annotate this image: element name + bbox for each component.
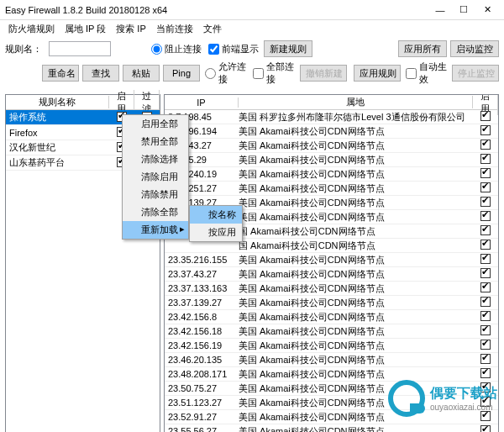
ip-enable-checkbox[interactable] xyxy=(473,340,498,351)
ip-address: 23.37.139.27 xyxy=(165,298,239,308)
ip-row[interactable]: 23.51.123.27美国 Akamai科技公司CDN网络节点 xyxy=(165,396,498,410)
ip-enable-checkbox[interactable] xyxy=(473,240,498,251)
toolbar: 规则名： 阻止连接 前端显示 新建规则 应用所有 启动监控 重命名 查找 粘贴 … xyxy=(0,37,504,94)
ip-row[interactable]: 23.3.96.194美国 Akamai科技公司CDN网络节点 xyxy=(165,124,498,139)
ip-enable-checkbox[interactable] xyxy=(473,197,498,208)
paste-button[interactable]: 粘贴 xyxy=(123,65,160,82)
ip-enable-checkbox[interactable] xyxy=(473,125,498,137)
check-auto-effect[interactable]: 自动生效 xyxy=(406,61,447,86)
check-frontend[interactable]: 前端显示 xyxy=(208,43,259,55)
ctx-disable-all[interactable]: 禁用全部 xyxy=(123,133,188,150)
ip-row[interactable]: 23.37.139.27美国 Akamai科技公司CDN网络节点 xyxy=(165,296,498,310)
ip-row[interactable]: 23.5.251.27美国 Akamai科技公司CDN网络节点 xyxy=(165,182,498,196)
ip-enable-checkbox[interactable] xyxy=(473,397,498,408)
ctx-clear-sel[interactable]: 清除选择 xyxy=(123,150,188,168)
ip-row[interactable]: 23.4.43.27美国 Akamai科技公司CDN网络节点 xyxy=(165,139,498,153)
ip-location: 美国 Akamai科技公司CDN网络节点 xyxy=(239,311,473,324)
submenu-arrow-icon: ▸ xyxy=(180,224,185,234)
ip-row[interactable]: 23.35.216.155美国 Akamai科技公司CDN网络节点 xyxy=(165,253,498,267)
menu-file[interactable]: 文件 xyxy=(198,23,227,35)
rule-name: 山东基药平台 xyxy=(6,156,109,169)
ping-button[interactable]: Ping xyxy=(163,65,200,82)
ip-location: 美国 Akamai科技公司CDN网络节点 xyxy=(239,197,473,209)
rename-button[interactable]: 重命名 xyxy=(42,65,79,82)
ip-address: 23.35.216.155 xyxy=(165,255,239,265)
menu-current-conn[interactable]: 当前连接 xyxy=(151,23,198,35)
close-button[interactable]: ✕ xyxy=(475,3,499,18)
ip-enable-checkbox[interactable] xyxy=(473,311,498,323)
ctx-clear-enable[interactable]: 清除启用 xyxy=(123,168,188,186)
ip-row[interactable]: 23.50.75.27美国 Akamai科技公司CDN网络节点 xyxy=(165,382,498,396)
ip-address: 23.55.56.27 xyxy=(165,426,239,432)
ip-row[interactable]: 23.52.91.27美国 Akamai科技公司CDN网络节点 xyxy=(165,410,498,424)
ip-enable-checkbox[interactable] xyxy=(473,354,498,366)
ip-location: 美国 Akamai科技公司CDN网络节点 xyxy=(239,368,473,381)
ip-enable-checkbox[interactable] xyxy=(473,154,498,166)
col-location[interactable]: 属地 xyxy=(239,96,473,108)
radio-block[interactable]: 阻止连接 xyxy=(151,43,202,55)
ctx-clear-all[interactable]: 清除全部 xyxy=(123,203,188,221)
ip-row[interactable]: 23.42.156.19美国 Akamai科技公司CDN网络节点 xyxy=(165,339,498,353)
ctx-by-name[interactable]: 按名称 xyxy=(190,206,242,224)
ip-enable-checkbox[interactable] xyxy=(473,425,498,432)
minimize-button[interactable]: — xyxy=(428,3,452,18)
find-button[interactable]: 查找 xyxy=(82,65,119,82)
ip-location: 美国 Akamai科技公司CDN网络节点 xyxy=(239,168,473,181)
ctx-by-app[interactable]: 按应用 xyxy=(190,224,242,241)
ip-enable-checkbox[interactable] xyxy=(473,368,498,380)
ip-enable-checkbox[interactable] xyxy=(473,382,498,394)
col-rule-name[interactable]: 规则名称 xyxy=(6,96,109,108)
ip-location: 美国 Akamai科技公司CDN网络节点 xyxy=(239,182,473,195)
ip-address: 23.42.156.18 xyxy=(165,326,239,336)
apply-all-button[interactable]: 应用所有 xyxy=(398,40,447,57)
ip-location: 国 Akamai科技公司CDN网络节点 xyxy=(239,225,473,238)
rule-name: 操作系统 xyxy=(6,111,109,124)
menu-location-ip[interactable]: 属地 IP 段 xyxy=(60,23,111,35)
ip-row[interactable]: 23.55.56.27美国 Akamai科技公司CDN网络节点 xyxy=(165,424,498,432)
ip-address: 23.51.123.27 xyxy=(165,398,239,408)
ip-enable-checkbox[interactable] xyxy=(473,211,498,223)
ip-enable-checkbox[interactable] xyxy=(473,225,498,237)
ip-enable-checkbox[interactable] xyxy=(473,254,498,266)
new-rule-button[interactable]: 新建规则 xyxy=(264,40,312,57)
ip-location: 美国 Akamai科技公司CDN网络节点 xyxy=(239,268,473,281)
ip-row[interactable]: 23.4.5.29美国 Akamai科技公司CDN网络节点 xyxy=(165,153,498,167)
start-monitor-button[interactable]: 启动监控 xyxy=(450,40,499,57)
ip-location: 美国 Akamai科技公司CDN网络节点 xyxy=(239,425,473,433)
ip-row[interactable]: 23.48.208.171美国 Akamai科技公司CDN网络节点 xyxy=(165,367,498,382)
ip-enable-checkbox[interactable] xyxy=(473,325,498,337)
ip-row[interactable]: 8.7.198.45美国 科罗拉多州布隆菲尔德市Level 3通信股份有限公司 xyxy=(165,110,498,124)
ip-enable-checkbox[interactable] xyxy=(473,282,498,294)
ip-row[interactable]: 23.37.133.163美国 Akamai科技公司CDN网络节点 xyxy=(165,282,498,296)
ip-enable-checkbox[interactable] xyxy=(473,111,498,123)
ctx-enable-all[interactable]: 启用全部 xyxy=(123,115,188,133)
radio-allow[interactable]: 允许连接 xyxy=(205,61,246,86)
menu-firewall-rules[interactable]: 防火墙规则 xyxy=(3,23,60,35)
ip-row[interactable]: 23.46.20.135美国 Akamai科技公司CDN网络节点 xyxy=(165,353,498,367)
ip-enable-checkbox[interactable] xyxy=(473,182,498,194)
ip-location: 美国 Akamai科技公司CDN网络节点 xyxy=(239,282,473,295)
ip-row[interactable]: 23.4.240.19美国 Akamai科技公司CDN网络节点 xyxy=(165,167,498,182)
ip-enable-checkbox[interactable] xyxy=(473,297,498,308)
ip-location: 美国 Akamai科技公司CDN网络节点 xyxy=(239,125,473,138)
rule-name-label: 规则名： xyxy=(5,43,42,55)
ip-enable-checkbox[interactable] xyxy=(473,168,498,180)
ip-enable-checkbox[interactable] xyxy=(473,140,498,151)
ip-row[interactable]: 23.42.156.18美国 Akamai科技公司CDN网络节点 xyxy=(165,324,498,339)
ip-address: 23.48.208.171 xyxy=(165,369,239,379)
ip-location: 美国 科罗拉多州布隆菲尔德市Level 3通信股份有限公司 xyxy=(239,111,473,124)
ctx-clear-disable[interactable]: 清除禁用 xyxy=(123,186,188,203)
ip-enable-checkbox[interactable] xyxy=(473,411,498,423)
maximize-button[interactable]: ☐ xyxy=(452,3,475,18)
menu-search-ip[interactable]: 搜索 IP xyxy=(111,23,150,35)
ip-row[interactable]: 23.37.43.27美国 Akamai科技公司CDN网络节点 xyxy=(165,267,498,282)
rule-name-input[interactable] xyxy=(49,41,111,56)
titlebar: Easy Firewall 1.8.2 Build 20180128 x64 —… xyxy=(0,0,504,20)
check-all-conn[interactable]: 全部连接 xyxy=(253,61,294,86)
ip-row[interactable]: 23.42.156.8美国 Akamai科技公司CDN网络节点 xyxy=(165,310,498,324)
ctx-reload[interactable]: 重新加载▸ xyxy=(123,221,188,239)
ip-location: 美国 Akamai科技公司CDN网络节点 xyxy=(239,340,473,352)
ip-enable-checkbox[interactable] xyxy=(473,268,498,280)
apply-rule-button[interactable]: 应用规则 xyxy=(354,65,401,82)
col-ip[interactable]: IP xyxy=(165,97,239,108)
